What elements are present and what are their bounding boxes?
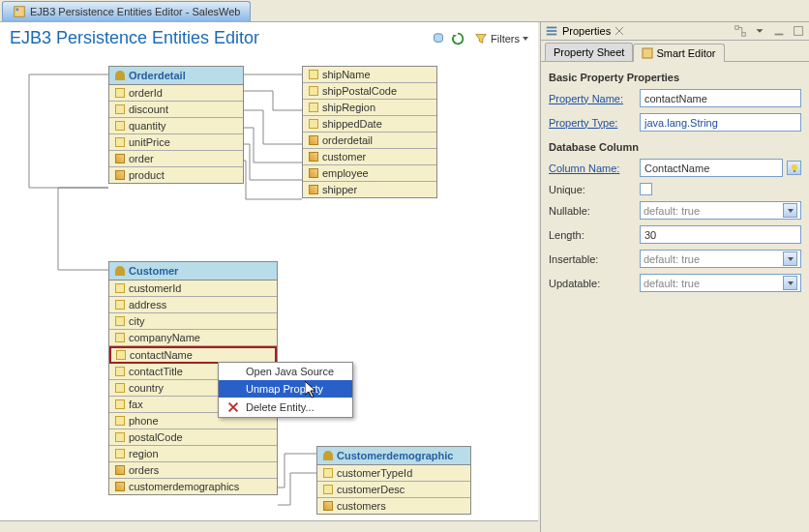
- field-icon: [309, 86, 318, 96]
- field-icon: [115, 300, 125, 310]
- section-db-column: Database Column: [549, 141, 801, 153]
- entity-row[interactable]: customerDesc: [317, 482, 470, 498]
- properties-pane: Properties Property Sheet Smart Editor B…: [540, 22, 809, 532]
- entity-orderdetail[interactable]: Orderdetail orderId discount quantity un…: [108, 66, 244, 184]
- entity-customerdemographic[interactable]: Customerdemographic customerTypeId custo…: [316, 446, 471, 515]
- tree-icon[interactable]: [734, 24, 747, 38]
- entity-row[interactable]: shipper: [303, 182, 436, 197]
- field-icon: [115, 383, 125, 393]
- entity-row[interactable]: postalCode: [109, 429, 277, 446]
- bottom-bar: [0, 520, 538, 532]
- label-column-name[interactable]: Column Name:: [549, 163, 636, 174]
- field-icon: [309, 119, 318, 129]
- ctx-open-java-source[interactable]: Open Java Source: [219, 363, 352, 380]
- relation-icon: [309, 135, 318, 145]
- relation-icon: [323, 501, 333, 511]
- entity-row[interactable]: orderdetail: [303, 133, 436, 149]
- svg-rect-1: [16, 9, 19, 12]
- entity-row[interactable]: shipName: [303, 67, 436, 83]
- field-icon: [115, 399, 125, 409]
- maximize-icon[interactable]: [792, 24, 805, 38]
- label-updatable: Updatable:: [549, 278, 636, 289]
- svg-point-11: [792, 164, 797, 170]
- diagram-canvas[interactable]: Orderdetail orderId discount quantity un…: [0, 52, 538, 520]
- context-menu: Open Java Source Unmap Property Delete E…: [218, 362, 353, 418]
- entity-row[interactable]: orders: [109, 462, 277, 479]
- entity-row[interactable]: orderId: [109, 85, 243, 102]
- ctx-unmap-property[interactable]: Unmap Property: [219, 380, 352, 398]
- entity-row[interactable]: customer: [303, 149, 436, 165]
- input-length[interactable]: [640, 225, 801, 244]
- field-icon: [115, 283, 125, 293]
- input-property-name[interactable]: [640, 89, 801, 107]
- svg-rect-10: [643, 48, 652, 58]
- filter-icon: [474, 32, 488, 45]
- entity-relations[interactable]: shipName shipPostalCode shipRegion shipp…: [302, 66, 437, 198]
- entity-row[interactable]: city: [109, 313, 277, 330]
- entity-row[interactable]: unitPrice: [109, 134, 243, 151]
- svg-rect-9: [794, 27, 803, 36]
- entity-row[interactable]: customerId: [109, 281, 277, 297]
- filters-button[interactable]: Filters: [474, 32, 528, 45]
- select-nullable[interactable]: default: true: [640, 201, 801, 220]
- svg-rect-3: [547, 27, 557, 29]
- relation-icon: [309, 152, 318, 162]
- select-updatable[interactable]: default: true: [640, 274, 801, 292]
- select-insertable[interactable]: default: true: [640, 250, 801, 268]
- refresh-icon[interactable]: [451, 32, 464, 45]
- editor-tab[interactable]: EJB3 Persistence Entities Editor - Sales…: [2, 1, 251, 21]
- chevron-down-icon: [783, 203, 797, 218]
- relation-icon: [115, 482, 125, 491]
- svg-rect-6: [735, 26, 739, 30]
- entity-row[interactable]: shipRegion: [303, 100, 436, 116]
- entity-icon: [115, 266, 125, 276]
- entity-row[interactable]: shipPostalCode: [303, 83, 436, 100]
- entity-row[interactable]: order: [109, 151, 243, 167]
- label-property-type[interactable]: Property Type:: [549, 117, 636, 129]
- field-icon: [323, 468, 333, 478]
- svg-rect-7: [742, 33, 746, 37]
- entity-row[interactable]: employee: [303, 165, 436, 182]
- input-column-name[interactable]: [640, 159, 783, 177]
- tab-property-sheet[interactable]: Property Sheet: [545, 43, 633, 61]
- tab-smart-editor[interactable]: Smart Editor: [633, 44, 724, 62]
- entity-row[interactable]: quantity: [109, 118, 243, 134]
- entity-icon: [323, 451, 333, 460]
- database-icon[interactable]: [432, 32, 445, 45]
- chevron-down-icon: [783, 276, 797, 290]
- entity-row[interactable]: customerTypeId: [317, 465, 470, 482]
- ctx-delete-entity[interactable]: Delete Entity...: [219, 398, 352, 417]
- checkbox-unique[interactable]: [640, 183, 652, 195]
- field-icon: [309, 103, 318, 112]
- entity-row[interactable]: shippedDate: [303, 116, 436, 133]
- relation-icon: [115, 154, 125, 163]
- menu-icon[interactable]: [753, 24, 766, 38]
- properties-icon: [545, 24, 558, 38]
- label-unique: Unique:: [549, 184, 636, 195]
- input-property-type[interactable]: [640, 113, 801, 132]
- svg-rect-12: [794, 170, 795, 172]
- delete-icon: [226, 400, 240, 414]
- properties-title: Properties: [545, 24, 734, 38]
- entity-row[interactable]: customers: [317, 498, 470, 514]
- entity-row[interactable]: discount: [109, 102, 243, 118]
- entity-icon: [115, 71, 125, 80]
- entity-row[interactable]: region: [109, 446, 277, 462]
- field-icon: [115, 121, 125, 131]
- entity-row[interactable]: product: [109, 167, 243, 183]
- label-property-name[interactable]: Property Name:: [549, 93, 636, 104]
- entity-row[interactable]: companyName: [109, 330, 277, 346]
- editor-pane: EJB3 Persistence Entities Editor Filters: [0, 22, 540, 532]
- svg-rect-8: [775, 34, 784, 36]
- field-icon: [115, 104, 125, 114]
- label-nullable: Nullable:: [549, 205, 636, 217]
- column-picker-button[interactable]: [787, 161, 801, 175]
- label-length: Length:: [549, 229, 636, 241]
- close-x-icon[interactable]: [614, 26, 624, 36]
- field-icon: [115, 449, 125, 458]
- minimize-icon[interactable]: [772, 24, 786, 38]
- chevron-down-icon: [783, 251, 797, 266]
- entity-row[interactable]: address: [109, 297, 277, 313]
- entity-row[interactable]: customerdemographics: [109, 479, 277, 494]
- field-icon: [115, 316, 125, 326]
